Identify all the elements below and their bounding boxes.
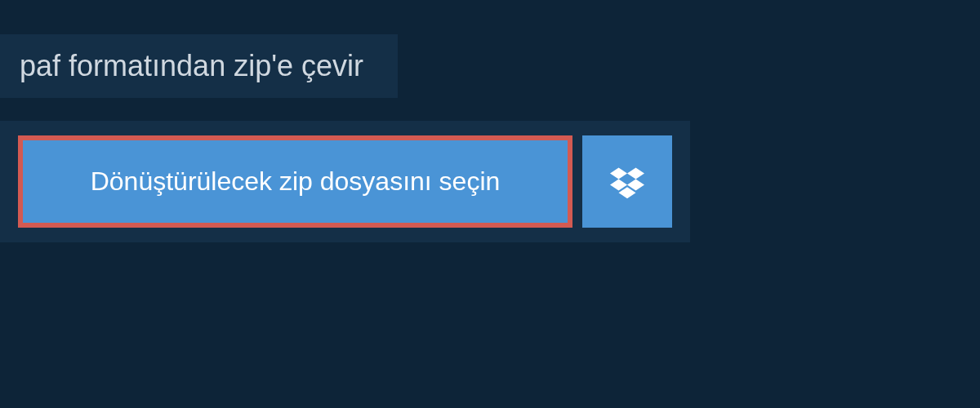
page-title-text: paf formatından zip'e çevir [20,49,363,82]
file-select-label: Dönüştürülecek zip dosyasını seçin [91,166,501,197]
dropbox-button[interactable] [582,135,672,228]
page-title-tab: paf formatından zip'e çevir [0,34,398,98]
upload-panel: Dönüştürülecek zip dosyasını seçin [0,121,690,242]
dropbox-icon [610,165,644,199]
file-select-button[interactable]: Dönüştürülecek zip dosyasını seçin [18,135,572,228]
